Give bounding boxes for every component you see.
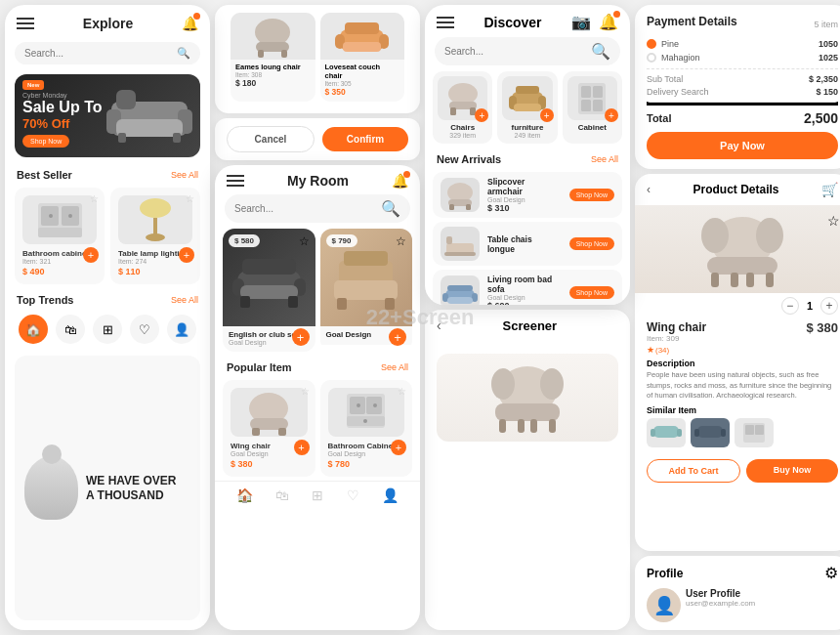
- buy-now-button[interactable]: Buy Now: [746, 459, 838, 483]
- discover-camera-icon[interactable]: 📷: [571, 13, 591, 31]
- profile-settings-icon[interactable]: ⚙: [824, 564, 838, 582]
- pd-back-btn[interactable]: ‹: [647, 183, 651, 196]
- popular-wing-add[interactable]: +: [294, 440, 310, 455]
- menu-icon[interactable]: [17, 18, 34, 29]
- table-chaise-name: Table chais longue: [487, 234, 562, 254]
- confirm-button[interactable]: Confirm: [322, 127, 408, 151]
- pay-now-button[interactable]: Pay Now: [647, 132, 838, 159]
- wood-mahagion-radio[interactable]: Mahagion: [647, 53, 700, 63]
- popular-title: Popular Item: [227, 361, 292, 373]
- notification-bell[interactable]: 🔔: [182, 15, 198, 32]
- qty-minus-btn[interactable]: −: [781, 297, 799, 315]
- search-input[interactable]: [24, 48, 171, 59]
- pd-cart-icon[interactable]: 🛒: [821, 182, 838, 197]
- popular-wing-fav[interactable]: ☆: [301, 386, 310, 397]
- myroom-bell[interactable]: 🔔: [392, 173, 408, 189]
- living-sofa-sub: Goal Design: [487, 294, 562, 301]
- cat-cabinet[interactable]: + Cabinet: [563, 71, 622, 144]
- myroom-menu-icon[interactable]: [227, 175, 244, 187]
- hero-sofa-image: [106, 82, 192, 152]
- pine-price: 1050: [819, 39, 838, 49]
- nav-shop[interactable]: 🛍: [56, 315, 85, 344]
- pd-name-block: Wing chair Item: 309: [647, 320, 706, 343]
- svg-rect-19: [281, 50, 287, 58]
- nav-home[interactable]: 🏠: [19, 315, 48, 344]
- similar-item-2[interactable]: [691, 418, 730, 447]
- popular-bathroom-fav[interactable]: ☆: [398, 386, 406, 397]
- bed-add-btn[interactable]: +: [389, 328, 406, 346]
- loveseat-card[interactable]: Loveseat couch chair Item: 305 $ 350: [320, 13, 405, 102]
- profile-header: Profile ⚙: [647, 564, 838, 582]
- myroom-search[interactable]: 🔍: [225, 194, 410, 223]
- similar-item-3[interactable]: [735, 418, 774, 447]
- product-card-bathroom: ☆ + Bathroom cabinet Item: 321 $ 490: [15, 188, 105, 284]
- svg-rect-88: [746, 273, 754, 287]
- slipcover-shop-btn[interactable]: Shop Now: [569, 189, 614, 201]
- shop-now-button[interactable]: Shop Now: [22, 135, 69, 148]
- new-arrivals-see-all[interactable]: See All: [591, 154, 618, 164]
- svg-rect-29: [242, 259, 296, 275]
- wood-mahagion-row: Mahagion 1025: [647, 53, 838, 63]
- pd-fav-btn[interactable]: ☆: [827, 213, 840, 229]
- notification-dot: [193, 13, 200, 20]
- discover-search-input[interactable]: [444, 46, 585, 57]
- nav-profile-2[interactable]: 👤: [382, 487, 399, 503]
- wood-pine-radio[interactable]: Pine: [647, 39, 679, 49]
- furniture-add-btn[interactable]: +: [540, 108, 554, 122]
- room-card-bed[interactable]: $ 790 ☆ + Goal Design: [320, 229, 413, 352]
- add-to-cart-button[interactable]: Add To Cart: [647, 459, 740, 483]
- myroom-search-input[interactable]: [234, 203, 375, 214]
- table-chaise-shop-btn[interactable]: Shop Now: [569, 237, 614, 250]
- living-sofa-shop-btn[interactable]: Shop Now: [569, 286, 614, 299]
- nav-fav[interactable]: ♡: [130, 315, 159, 344]
- nav-shop-2[interactable]: 🛍: [275, 487, 289, 503]
- eames-card[interactable]: Eames loung chair Item: 308 $ 180: [231, 13, 315, 102]
- fav-btn-bathroom[interactable]: ☆: [90, 193, 99, 204]
- best-seller-see-all[interactable]: See All: [171, 170, 198, 180]
- svg-rect-39: [252, 428, 260, 436]
- sofa-fav[interactable]: ☆: [299, 234, 310, 248]
- product-details-screen: ‹ Product Details 🛒 ☆ −: [635, 174, 840, 551]
- hero-banner: New Cyber Monday Sale Up To 70% Off Shop…: [15, 74, 200, 157]
- bed-fav[interactable]: ☆: [396, 234, 406, 248]
- svg-point-15: [146, 233, 165, 241]
- nav-grid-2[interactable]: ⊞: [312, 487, 323, 503]
- qty-plus-btn[interactable]: +: [820, 297, 838, 315]
- svg-point-45: [373, 403, 377, 407]
- cat-chairs[interactable]: + Chairs 329 item: [433, 71, 492, 144]
- pine-label: Pine: [661, 39, 679, 49]
- similar-item-1[interactable]: [647, 418, 686, 447]
- fav-btn-lamp[interactable]: ☆: [186, 193, 194, 204]
- sofa-add-btn[interactable]: +: [292, 328, 310, 346]
- popular-see-all[interactable]: See All: [381, 362, 408, 372]
- nav-fav-2[interactable]: ♡: [347, 487, 359, 503]
- popular-bathroom-cabinet[interactable]: ☆ + Bathroom Cabinet Goal Design $ 780: [320, 380, 413, 477]
- mahagion-price: 1025: [819, 53, 838, 63]
- profile-content: 👤 User Profile user@example.com: [647, 588, 838, 622]
- pd-chair-image: ☆: [635, 205, 840, 293]
- add-btn-bathroom[interactable]: +: [83, 247, 99, 263]
- svg-rect-67: [446, 236, 452, 244]
- explore-search[interactable]: 🔍: [15, 42, 200, 64]
- top-trends-see-all[interactable]: See All: [171, 295, 198, 305]
- discover-search[interactable]: 🔍: [435, 37, 620, 65]
- popular-wing-chair[interactable]: ☆ + Wing chair Goal Design $ 380: [223, 380, 315, 477]
- discover-menu-icon[interactable]: [437, 17, 454, 28]
- discover-bell[interactable]: 🔔: [599, 13, 618, 31]
- cancel-button[interactable]: Cancel: [227, 126, 315, 152]
- svg-rect-35: [337, 298, 347, 310]
- furniture-cat-count: 249 item: [515, 132, 541, 139]
- screener-back-btn[interactable]: ‹: [437, 318, 441, 333]
- chairs-add-btn[interactable]: +: [475, 108, 488, 122]
- popular-bathroom-add[interactable]: +: [391, 440, 406, 455]
- cyber-monday-label: Cyber Monday: [22, 92, 103, 99]
- nav-home-2[interactable]: 🏠: [236, 487, 253, 503]
- nav-grid[interactable]: ⊞: [93, 315, 122, 344]
- nav-profile[interactable]: 👤: [167, 315, 196, 344]
- svg-rect-60: [581, 100, 591, 111]
- room-card-sofa[interactable]: $ 580 ☆ + English or club sofa Goal Desi…: [223, 229, 315, 352]
- cat-furniture[interactable]: + furniture 249 item: [497, 71, 557, 144]
- add-btn-lamp[interactable]: +: [179, 247, 194, 263]
- pd-name-price-row: Wing chair Item: 309 $ 380: [647, 320, 838, 343]
- cabinet-add-btn[interactable]: +: [605, 108, 618, 122]
